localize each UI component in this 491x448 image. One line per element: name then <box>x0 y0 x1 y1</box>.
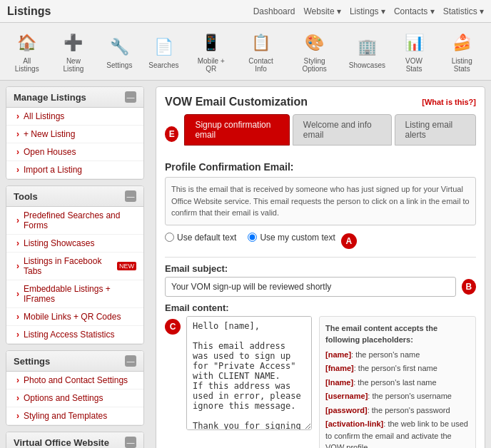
toolbar-new-listing[interactable]: ➕ New Listing <box>51 27 96 76</box>
tabs-row: Signup confirmation email Welcome and in… <box>184 114 476 146</box>
vow-stats-icon: 📊 <box>401 30 427 56</box>
toolbar-listing-stats-label: Listing Stats <box>445 57 480 73</box>
contact-info-icon: 📋 <box>248 30 274 56</box>
toolbar-contact-info-label: Contact Info <box>243 57 278 73</box>
divider-1 <box>165 257 476 258</box>
sidebar-settings-header: Settings — <box>6 351 143 372</box>
sidebar: Manage Listings — All Listings + New Lis… <box>0 81 150 448</box>
showcases-icon: 🏢 <box>354 34 380 60</box>
nav-statistics[interactable]: Statistics <box>443 6 484 16</box>
sidebar-item-facebook-tabs[interactable]: Listings in Facebook Tabs <box>6 253 143 280</box>
toolbar-listing-stats[interactable]: 🍰 Listing Stats <box>439 27 485 76</box>
searches-icon: 📄 <box>151 34 176 60</box>
all-listings-icon: 🏠 <box>14 30 40 56</box>
ph-password-key: [password] <box>325 406 368 414</box>
profile-confirmation-title: Profile Confirmation Email: <box>165 161 476 173</box>
toolbar-styling-label: Styling Options <box>293 57 336 73</box>
what-is-this-link[interactable]: [What is this?] <box>422 98 476 106</box>
nav-website[interactable]: Website <box>303 6 340 16</box>
sidebar-item-all-listings[interactable]: All Listings <box>6 108 143 126</box>
content-panel: VOW Email Customization [What is this?] … <box>156 86 485 448</box>
email-subject-label: Email subject: <box>165 263 476 274</box>
nav-contacts[interactable]: Contacts <box>394 6 435 16</box>
new-listing-icon: ➕ <box>61 30 86 56</box>
sidebar-item-predefined-searches[interactable]: Predefined Searches and Forms <box>6 207 143 235</box>
sidebar-item-listing-access-statistics[interactable]: Listing Access Statistics <box>6 326 143 344</box>
sidebar-item-options-settings[interactable]: Options and Settings <box>6 390 143 407</box>
radio-custom-label: Use my custom text <box>260 233 335 243</box>
toolbar-mobile-qr[interactable]: 📱 Mobile + QR <box>187 27 235 76</box>
annotation-b: B <box>462 279 477 295</box>
ph-password: [password]: the person's password <box>325 404 470 417</box>
top-nav: Dashboard Website Listings Contacts Stat… <box>253 6 484 16</box>
content-panel-title-row: VOW Email Customization [What is this?] <box>165 96 476 108</box>
ph-activation-key: [activation-link] <box>325 419 383 428</box>
toolbar-contact-info[interactable]: 📋 Contact Info <box>238 27 284 76</box>
nav-dashboard[interactable]: Dashboard <box>253 6 295 16</box>
radio-default-input[interactable] <box>165 233 174 242</box>
mobile-qr-icon: 📱 <box>198 30 224 56</box>
sidebar-tools-title: Tools <box>14 191 38 202</box>
page-title: Listings <box>7 5 253 18</box>
toolbar-settings[interactable]: 🔧 Settings <box>98 31 140 72</box>
sidebar-section-settings: Settings — Photo and Contact Settings Op… <box>6 350 144 426</box>
sidebar-section-manage-listings: Manage Listings — All Listings + New Lis… <box>6 86 144 180</box>
radio-default-text[interactable]: Use default text <box>165 233 236 243</box>
sidebar-vow-header: Virtual Office Website — <box>6 432 143 448</box>
ph-name-desc: the person's name <box>355 350 420 359</box>
sidebar-item-open-houses[interactable]: Open Houses <box>6 143 143 161</box>
ph-username: [username]: the person's username <box>325 390 470 402</box>
sidebar-item-listing-showcases[interactable]: Listing Showcases <box>6 235 143 253</box>
ph-username-key: [username] <box>325 392 368 400</box>
ph-password-desc: the person's password <box>372 406 450 414</box>
sidebar-item-styling-templates[interactable]: Styling and Templates <box>6 407 143 425</box>
ph-lname-desc: the person's last name <box>358 378 436 387</box>
toolbar-all-listings[interactable]: 🏠 All Listings <box>6 27 48 76</box>
toolbar-styling[interactable]: 🎨 Styling Options <box>287 27 342 76</box>
toolbar-showcases[interactable]: 🏢 Showcases <box>345 31 389 72</box>
sidebar-item-new-listing[interactable]: + New Listing <box>6 126 143 143</box>
toolbar-settings-label: Settings <box>106 61 132 69</box>
radio-default-label: Use default text <box>177 233 236 243</box>
ph-fname: [fname]: the person's first name <box>325 362 470 375</box>
main-layout: Manage Listings — All Listings + New Lis… <box>0 81 491 448</box>
vow-email-title: VOW Email Customization <box>165 96 308 108</box>
ph-lname: [lname]: the person's last name <box>325 377 470 389</box>
email-content-row: C The email content accepts the followin… <box>165 316 476 449</box>
email-content-textarea[interactable] <box>186 316 312 430</box>
radio-custom-text[interactable]: Use my custom text <box>248 233 335 243</box>
tab-listing-alerts[interactable]: Listing email alerts <box>395 114 477 146</box>
styling-icon: 🎨 <box>302 30 328 56</box>
ph-fname-desc: the person's first name <box>358 364 437 372</box>
tab-welcome-info[interactable]: Welcome and info email <box>293 114 392 146</box>
settings-icon: 🔧 <box>106 34 132 60</box>
toolbar-searches[interactable]: 📄 Searches <box>143 31 184 72</box>
radio-custom-input[interactable] <box>248 233 257 242</box>
radio-row: Use default text Use my custom text <box>165 233 335 243</box>
sidebar-settings-collapse[interactable]: — <box>125 355 136 367</box>
email-content-label: Email content: <box>165 302 476 313</box>
ph-lname-key: [lname] <box>325 378 353 387</box>
sidebar-section-tools: Tools — Predefined Searches and Forms Li… <box>6 185 144 345</box>
ph-name-key: [name] <box>325 350 351 359</box>
placeholder-help-title: The email content accepts the following … <box>325 322 470 346</box>
sidebar-manage-listings-header: Manage Listings — <box>6 87 143 108</box>
sidebar-item-mobile-links[interactable]: Mobile Links + QR Codes <box>6 308 143 326</box>
sidebar-tools-header: Tools — <box>6 186 143 207</box>
icon-toolbar: 🏠 All Listings ➕ New Listing 🔧 Settings … <box>0 23 491 81</box>
nav-listings[interactable]: Listings <box>350 6 385 16</box>
ph-fname-key: [fname] <box>325 364 354 372</box>
sidebar-vow-collapse[interactable]: — <box>125 437 136 448</box>
ph-activation: [activation-link]: the web link to be us… <box>325 418 470 448</box>
tab-signup-confirmation[interactable]: Signup confirmation email <box>184 114 289 146</box>
sidebar-manage-listings-collapse[interactable]: — <box>125 91 136 103</box>
listing-stats-icon: 🍰 <box>449 30 475 56</box>
email-subject-input[interactable] <box>165 277 456 297</box>
sidebar-item-embeddable-listings[interactable]: Embeddable Listings + IFrames <box>6 280 143 308</box>
top-bar: Listings Dashboard Website Listings Cont… <box>0 0 491 23</box>
toolbar-vow-stats[interactable]: 📊 VOW Stats <box>393 27 436 76</box>
sidebar-tools-collapse[interactable]: — <box>125 190 136 202</box>
placeholder-help-box: The email content accepts the following … <box>319 316 476 449</box>
sidebar-item-photo-contact[interactable]: Photo and Contact Settings <box>6 372 143 390</box>
sidebar-item-import-listing[interactable]: Import a Listing <box>6 161 143 179</box>
